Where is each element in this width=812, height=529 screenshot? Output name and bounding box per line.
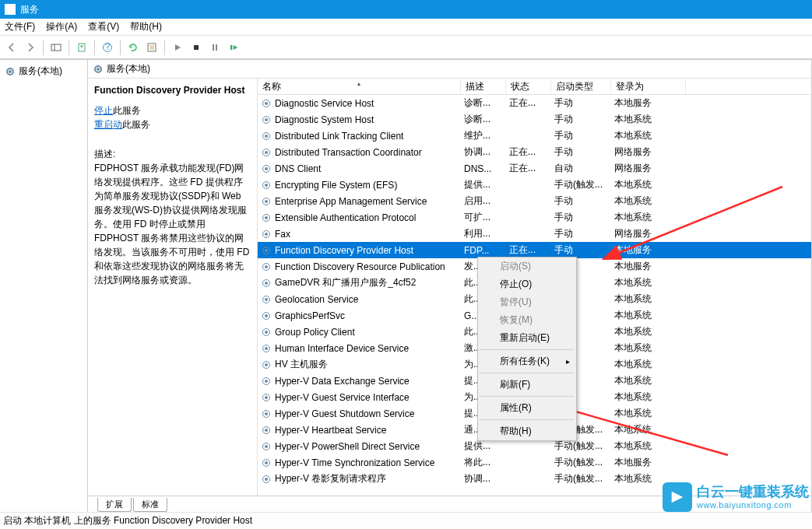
main-panel: 服务(本地) Function Discovery Provider Host … xyxy=(88,60,812,512)
service-name-cell: Hyper-V Heartbeat Service xyxy=(275,425,386,436)
refresh-button[interactable] xyxy=(125,39,142,56)
service-row[interactable]: Distributed Transaction Coordinator协调...… xyxy=(258,144,811,160)
service-name-cell: Diagnostic Service Host xyxy=(275,98,374,109)
service-logon-cell: 本地系统 xyxy=(611,325,686,338)
service-status-cell: 正在... xyxy=(506,96,551,110)
help-button[interactable]: ? xyxy=(99,39,116,56)
context-menu-item[interactable]: 属性(R) xyxy=(478,399,576,417)
service-name-cell: DNS Client xyxy=(275,163,321,174)
service-start-cell: 手动 xyxy=(551,243,611,257)
forward-button[interactable] xyxy=(22,39,39,56)
tab-extended[interactable]: 扩展 xyxy=(97,498,132,512)
nav-tree: 服务(本地) xyxy=(0,60,88,512)
pause-service-button[interactable] xyxy=(206,39,223,56)
restart-link[interactable]: 重启动 xyxy=(94,117,122,131)
gear-icon xyxy=(261,278,272,289)
status-bar: 启动 本地计算机 上的服务 Function Discovery Provide… xyxy=(0,512,812,529)
panel-title-row: 服务(本地) xyxy=(88,60,811,79)
col-header-logon[interactable]: 登录为 xyxy=(611,79,686,94)
tree-node-label: 服务(本地) xyxy=(19,65,62,78)
service-row[interactable]: Fax利用...手动网络服务 xyxy=(258,226,811,242)
service-desc-cell: FDP... xyxy=(461,245,506,256)
panel-title: 服务(本地) xyxy=(107,62,150,75)
gear-icon xyxy=(261,310,272,321)
service-name-cell: Encrypting File System (EFS) xyxy=(275,180,397,191)
sort-up-icon: ▴ xyxy=(357,80,360,87)
gear-icon xyxy=(261,392,272,403)
context-menu-item[interactable]: 刷新(F) xyxy=(478,376,576,394)
gear-icon xyxy=(261,359,272,370)
context-menu-item[interactable]: 所有任务(K) xyxy=(478,352,576,370)
context-menu-item: 暂停(U) xyxy=(478,293,576,311)
service-logon-cell: 本地系统 xyxy=(611,113,686,126)
col-header-desc[interactable]: 描述 xyxy=(461,79,506,94)
watermark: 白云一键重装系统 www.baiyunxitong.com xyxy=(663,482,809,512)
context-menu-item[interactable]: 重新启动(E) xyxy=(478,329,576,347)
service-desc-cell: 提供... xyxy=(461,178,506,191)
service-row[interactable]: Diagnostic Service Host诊断...正在...手动本地服务 xyxy=(258,95,811,111)
service-desc-cell: 将此... xyxy=(461,456,506,469)
service-logon-cell: 本地系统 xyxy=(611,276,686,289)
menu-view[interactable]: 查看(V) xyxy=(88,20,119,33)
service-row[interactable]: Extensible Authentication Protocol可扩...手… xyxy=(258,209,811,226)
service-start-cell: 手动 xyxy=(551,113,611,126)
service-name-cell: Extensible Authentication Protocol xyxy=(275,212,416,223)
service-row[interactable]: DNS ClientDNS...正在...自动网络服务 xyxy=(258,160,811,177)
service-logon-cell: 本地系统 xyxy=(611,407,686,420)
context-menu-item: 恢复(M) xyxy=(478,311,576,329)
stop-link[interactable]: 停止 xyxy=(94,103,113,117)
menu-separator xyxy=(480,419,575,420)
service-logon-cell: 本地系统 xyxy=(611,440,686,453)
service-start-cell: 手动 xyxy=(551,194,611,208)
tab-standard[interactable]: 标准 xyxy=(133,498,167,512)
gear-icon xyxy=(261,229,272,240)
service-row[interactable]: Encrypting File System (EFS)提供...手动(触发..… xyxy=(258,177,811,193)
detail-restart-row: 重启动此服务 xyxy=(94,117,251,131)
app-icon xyxy=(5,4,16,15)
context-menu-item[interactable]: 停止(O) xyxy=(478,275,576,293)
detail-pane: Function Discovery Provider Host 停止此服务 重… xyxy=(88,79,258,496)
gear-icon xyxy=(261,327,272,338)
gear-icon xyxy=(261,180,272,191)
service-name-cell: Hyper-V Data Exchange Service xyxy=(275,376,410,387)
gear-icon xyxy=(261,294,272,305)
service-logon-cell: 本地服务 xyxy=(611,96,686,110)
service-logon-cell: 本地系统 xyxy=(611,391,686,404)
separator xyxy=(164,40,165,55)
col-header-name[interactable]: 名称▴ xyxy=(258,79,461,94)
menu-help[interactable]: 帮助(H) xyxy=(130,20,162,33)
service-logon-cell: 本地系统 xyxy=(611,178,686,191)
col-header-status[interactable]: 状态 xyxy=(506,79,551,94)
back-button[interactable] xyxy=(3,39,20,56)
service-logon-cell: 本地系统 xyxy=(611,374,686,387)
export-button[interactable] xyxy=(73,39,90,56)
service-row[interactable]: Hyper-V Time Synchronization Service将此..… xyxy=(258,454,811,471)
context-menu-item[interactable]: 帮助(H) xyxy=(478,422,576,440)
service-desc-cell: 诊断... xyxy=(461,113,506,126)
service-start-cell: 手动(触发... xyxy=(551,456,611,469)
context-menu[interactable]: 启动(S)停止(O)暂停(U)恢复(M)重新启动(E)所有任务(K)刷新(F)属… xyxy=(477,257,577,441)
service-row[interactable]: Enterprise App Management Service启用...手动… xyxy=(258,193,811,209)
restart-service-button[interactable] xyxy=(225,39,242,56)
service-row[interactable]: Diagnostic System Host诊断...手动本地系统 xyxy=(258,111,811,128)
menu-action[interactable]: 操作(A) xyxy=(46,20,77,33)
separator xyxy=(69,40,69,55)
service-row[interactable]: Function Discovery Provider HostFDP...正在… xyxy=(258,242,811,258)
properties-button[interactable] xyxy=(143,39,160,56)
service-name-cell: GraphicsPerfSvc xyxy=(275,310,345,321)
menu-file[interactable]: 文件(F) xyxy=(5,20,35,33)
col-header-start[interactable]: 启动类型 xyxy=(551,79,611,94)
stop-service-button[interactable] xyxy=(188,39,205,56)
menu-bar: 文件(F) 操作(A) 查看(V) 帮助(H) xyxy=(0,19,812,36)
service-start-cell: 手动(触发... xyxy=(551,472,611,485)
toolbar: ? xyxy=(0,36,812,59)
show-hide-button[interactable] xyxy=(47,39,65,56)
tree-node-services-local[interactable]: 服务(本地) xyxy=(2,63,86,79)
start-service-button[interactable] xyxy=(169,39,186,56)
service-name-cell: Group Policy Client xyxy=(275,327,355,338)
service-logon-cell: 网络服务 xyxy=(611,227,686,240)
svg-rect-10 xyxy=(213,44,214,51)
service-name-cell: Function Discovery Resource Publication xyxy=(275,261,445,272)
svg-rect-11 xyxy=(216,44,217,51)
service-row[interactable]: Distributed Link Tracking Client维护...手动本… xyxy=(258,128,811,144)
